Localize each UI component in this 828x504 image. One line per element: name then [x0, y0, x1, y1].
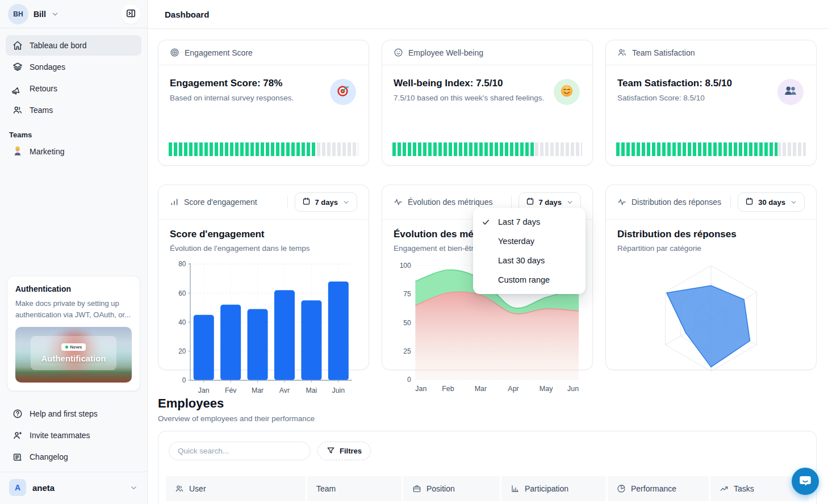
bar-chart-icon — [170, 198, 179, 207]
range-button-7days[interactable]: 7 days — [295, 192, 357, 212]
sidebar-collapse-button[interactable] — [121, 5, 140, 24]
chat-bubble-icon — [798, 473, 813, 490]
activity-icon — [394, 198, 403, 207]
svg-text:Jan: Jan — [415, 385, 426, 393]
chart-body: Score d'engagement Évolution de l'engage… — [158, 220, 369, 406]
svg-text:Apr: Apr — [508, 385, 518, 393]
sidebar-item-help[interactable]: Help and first steps — [6, 404, 141, 424]
svg-text:Juin: Juin — [332, 387, 345, 394]
team-item-label: Marketing — [30, 147, 64, 156]
user-plus-icon — [12, 430, 23, 440]
target-icon — [170, 48, 179, 57]
chart-card-response-distribution: Distribution des réponses 30 days — [605, 184, 817, 370]
sidebar-item-invite[interactable]: Invite teammates — [6, 425, 141, 446]
range-label: 30 days — [758, 198, 785, 207]
filters-label: Filtres — [340, 447, 362, 455]
user-avatar[interactable]: BH — [8, 4, 28, 24]
divider — [730, 196, 731, 208]
stat-body: Well-being Index: 7.5/10 7.5/10 based on… — [382, 65, 592, 165]
topbar: Dashboard — [148, 0, 828, 29]
column-header-team[interactable]: Team — [307, 476, 402, 501]
calendar-icon — [526, 197, 534, 207]
stat-subtitle: 7.5/10 based on this week's shared feeli… — [394, 94, 581, 102]
stat-card-row: Engagement Score Engagement Score: 78% B… — [158, 40, 817, 166]
green-dot-icon — [65, 346, 68, 348]
funnel-icon — [327, 446, 335, 456]
bar-chart: 020406080JanFévMarAvrMaiJuin — [170, 255, 357, 401]
card-header-label: Distribution des réponses — [632, 198, 721, 207]
sidebar-item-tableau-de-bord[interactable]: Tableau de bord — [6, 35, 141, 56]
chart-title: Distribution des réponses — [617, 229, 805, 240]
range-button-30days[interactable]: 30 days — [738, 192, 805, 212]
svg-text:50: 50 — [403, 319, 411, 327]
promo-card-authentication[interactable]: Authentication Make docs private by sett… — [7, 276, 140, 391]
layers-icon — [12, 62, 23, 72]
column-header-position[interactable]: Position — [403, 476, 500, 501]
chevron-down-icon — [790, 199, 797, 206]
stat-body: Team Satisfaction: 8.5/10 Satisfaction S… — [606, 65, 816, 165]
chart-card-row: Score d'engagement 7 days — [158, 184, 817, 370]
filters-button[interactable]: Filtres — [317, 442, 371, 460]
promo-caption: Authentification — [41, 354, 106, 363]
menu-item-last-30-days[interactable]: Last 30 days — [473, 251, 586, 270]
chart-card-metrics-evolution: Évolution des métriques 7 days — [382, 184, 593, 370]
column-header-performance[interactable]: Performance — [608, 476, 709, 501]
sidebar-item-label: Changelog — [30, 452, 68, 461]
workspace-name: aneta — [32, 483, 55, 493]
column-header-participation[interactable]: Participation — [501, 476, 606, 501]
user-name[interactable]: Bill — [34, 10, 46, 19]
card-header-label: Team Satisfaction — [632, 48, 695, 57]
technologist-emoji — [12, 146, 23, 157]
chevron-down-icon — [129, 484, 138, 492]
stat-card-engagement: Engagement Score Engagement Score: 78% B… — [158, 40, 369, 166]
sidebar-item-sondages[interactable]: Sondages — [6, 57, 141, 77]
workspace-avatar: A — [9, 479, 26, 496]
svg-text:0: 0 — [407, 376, 411, 384]
column-header-user[interactable]: User — [166, 476, 306, 501]
chevron-down-icon — [342, 199, 350, 206]
promo-image-golden-gate[interactable]: News Authentification — [15, 327, 132, 383]
svg-text:Feb: Feb — [442, 385, 454, 393]
card-header-label: Évolution des métriques — [408, 198, 492, 207]
workspace-switcher[interactable]: A aneta — [0, 472, 147, 504]
sidebar-item-teams[interactable]: Teams — [6, 100, 141, 120]
sidebar-item-marketing[interactable]: Marketing — [6, 141, 141, 162]
users-icon — [175, 484, 184, 493]
trending-up-icon — [720, 484, 729, 493]
card-header: Team Satisfaction — [606, 40, 816, 65]
promo-description: Make docs private by setting up authenti… — [15, 298, 132, 320]
chart-subtitle: Évolution de l'engagement dans le temps — [170, 244, 357, 253]
promo-overlay: News Authentification — [31, 336, 117, 371]
stat-body: Engagement Score: 78% Based on internal … — [158, 65, 369, 165]
chart-title: Score d'engagement — [170, 229, 357, 240]
radar-chart — [617, 255, 805, 384]
stat-badge — [330, 79, 356, 105]
stat-subtitle: Satisfaction Score: 8.5/10 — [617, 94, 805, 102]
divider — [287, 196, 288, 208]
users-icon — [617, 48, 627, 57]
svg-text:20: 20 — [178, 347, 186, 355]
main-area: Dashboard Engagement Score Engagement Sc… — [148, 0, 828, 504]
sidebar-item-label: Teams — [30, 106, 53, 115]
smile-icon — [394, 48, 403, 57]
search-input[interactable] — [169, 442, 311, 460]
employees-section: Employees Overview of employees and thei… — [158, 396, 817, 504]
menu-item-last-7-days[interactable]: Last 7 days — [473, 212, 586, 232]
chevron-down-icon[interactable] — [51, 10, 59, 18]
svg-text:80: 80 — [178, 260, 186, 268]
sidebar: BH Bill Tableau de bord — [0, 0, 148, 504]
intercom-chat-button[interactable] — [792, 468, 819, 495]
menu-item-custom-range[interactable]: Custom range — [473, 270, 586, 289]
menu-item-yesterday[interactable]: Yesterday — [473, 232, 586, 251]
table-header-row: User Team Position — [166, 476, 809, 501]
employees-subtitle: Overview of employees and their performa… — [158, 414, 817, 423]
stat-title: Engagement Score: 78% — [170, 78, 357, 89]
svg-text:Mar: Mar — [252, 387, 264, 394]
range-label: 7 days — [539, 198, 562, 207]
range-dropdown-menu: Last 7 days Yesterday Last 30 days Custo… — [473, 208, 586, 294]
stat-subtitle: Based on internal survey responses. — [170, 94, 357, 102]
sidebar-item-changelog[interactable]: Changelog — [6, 447, 141, 467]
progress-fill — [169, 142, 317, 156]
users-icon — [12, 105, 23, 115]
sidebar-item-retours[interactable]: Retours — [6, 78, 141, 99]
